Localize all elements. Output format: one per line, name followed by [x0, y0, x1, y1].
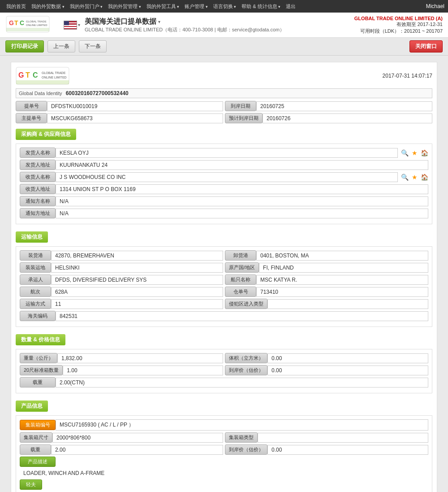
discharge-port-value: 0401, BOSTON, MA [256, 251, 428, 261]
container-type-label: 集装箱类型 [225, 432, 258, 443]
shipper-addr-row: 发货人地址 KUURNANKATU 24 [20, 160, 428, 170]
svg-rect-6 [6, 28, 49, 31]
page-title: 美国海关进口提单数据 [85, 17, 156, 26]
arrival-date-col: 到岸日期 20160725 [225, 101, 432, 111]
svg-rect-13 [16, 80, 69, 84]
gtc-logo: G T C GLOBAL TRADE ONLINE LIMITED [5, 15, 50, 33]
container-size-value: 2000*806*800 [52, 433, 223, 443]
gdi-row: Global Data Identity 6003201607270005324… [16, 88, 432, 98]
shipper-name-label: 发货人名称 [20, 148, 56, 158]
buyer-label: 轻夫 [20, 479, 42, 490]
estimated-arrival-col: 预计到岸日期 20160726 [225, 113, 432, 123]
print-button[interactable]: 打印易记录 [5, 40, 44, 52]
nav-language[interactable]: 语言切换 [211, 3, 239, 10]
customs-zone-col: 侵犯区进入类型 [225, 299, 428, 309]
container-type-col: 集装箱类型 [225, 432, 428, 443]
search-icon[interactable]: 🔍 [401, 149, 409, 157]
loading-place-value: HELSINKI [51, 263, 223, 273]
transport-header: 运输信息 [16, 231, 48, 243]
carrier-value: DFDS, DIVERSIFIED DELIVERY SYS [51, 275, 223, 285]
consignee-search-icon[interactable]: 🔍 [401, 173, 409, 181]
title-dropdown[interactable]: ▾ [158, 19, 160, 24]
bill-arrival-row: 提单号 DFDSTKU0010019 到岸日期 20160725 [16, 101, 432, 111]
arrival-price-label: 到岸价（估价） [225, 365, 267, 375]
loading-port-value: 42870, BREMERHAVEN [51, 251, 223, 261]
customs-zone-label: 侵犯区进入类型 [225, 299, 267, 309]
consignee-name-row: 收货人名称 J S WOODHOUSE CO INC 🔍 ★ 🏠 [20, 172, 428, 182]
nav-home[interactable]: 我的首页 [4, 3, 29, 10]
account-company: GLOBAL TRADE ONLINE LIMITED (A) [354, 16, 443, 21]
prod-price-label: 到岸价（估价） [225, 444, 267, 455]
container-20-value: 1.00 [63, 366, 223, 375]
prod-price-col: 到岸价（估价） 0.00 [225, 444, 428, 455]
nav-portal[interactable]: 我的外贸门户 [67, 3, 106, 10]
arrival-price-value: 0.00 [267, 366, 428, 375]
prev-button[interactable]: 上一条 [47, 40, 75, 52]
nav-help[interactable]: 帮助 & 统计信息 [239, 3, 283, 10]
nav-management[interactable]: 我的外贸管理 [105, 3, 144, 10]
estimated-arrival-label: 预计到岸日期 [225, 113, 263, 123]
bill-no-col: 提单号 DFDSTKU0010019 [16, 101, 223, 111]
master-bill-label: 主提单号 [16, 113, 47, 123]
svg-text:G: G [9, 19, 14, 26]
master-bill-value: MSCUKG658673 [47, 113, 223, 123]
container-no-label: 集装箱编号 [20, 420, 56, 430]
consignee-addr-row: 收货人地址 1314 UNION ST P O BOX 1169 [20, 184, 428, 194]
volume-label: 体积（立方米） [225, 353, 267, 363]
flag-dropdown-arrow[interactable]: ▾ [78, 22, 80, 27]
container-size-label: 集装箱尺寸 [20, 432, 52, 443]
consignee-home-icon[interactable]: 🏠 [420, 173, 428, 181]
manifest-value: 713410 [256, 287, 428, 297]
master-estimated-row: 主提单号 MSCUKG658673 预计到岸日期 20160726 [16, 113, 432, 123]
next-button[interactable]: 下一条 [79, 40, 107, 52]
container-no-row: 集装箱编号 MSCU7165930 ( AC / L / PP ） [20, 419, 428, 431]
customs-zone-value [267, 299, 428, 309]
nav-logout[interactable]: 退出 [283, 3, 298, 10]
consignee-name-value: J S WOODHOUSE CO INC [56, 172, 398, 182]
voyage-col: 航次 628A [20, 287, 223, 297]
header-subtitle: GLOBAL TRADE ONLINE LIMITED（电话：400-710-3… [85, 26, 354, 33]
page-header: G T C GLOBAL TRADE ONLINE LIMITED ▾ 美国海关… [0, 13, 448, 38]
close-button[interactable]: 关闭窗口 [409, 40, 443, 52]
star-icon[interactable]: ★ [410, 149, 418, 157]
prod-qty-col: 载重 2.00 [20, 444, 223, 455]
record-gtc-logo: G T C GLOBAL TRADE ONLINE LIMITED [16, 67, 69, 85]
loading-place-col: 装装运地 HELSINKI [20, 262, 223, 273]
master-bill-col: 主提单号 MSCUKG658673 [16, 113, 223, 123]
notify-addr-row: 通知方地址 N/A [20, 208, 428, 218]
buyer-supplier-header: 采购商 & 供应商信息 [16, 129, 76, 140]
nav-account[interactable]: 账户管理 [182, 3, 211, 10]
svg-text:C: C [20, 19, 24, 26]
svg-text:C: C [33, 71, 38, 79]
record-header: G T C GLOBAL TRADE ONLINE LIMITED 2017-0… [16, 67, 432, 85]
nav-data[interactable]: 我的外贸数据 [29, 3, 67, 10]
loading-port-col: 装货港 42870, BREMERHAVEN [20, 250, 223, 261]
estimated-arrival-value: 20160726 [263, 113, 432, 123]
origin-country-col: 原产国/地区 FI, FINLAND [225, 262, 428, 273]
discharge-port-col: 卸货港 0401, BOSTON, MA [225, 250, 428, 261]
svg-text:G: G [18, 71, 24, 79]
consignee-name-icons: 🔍 ★ 🏠 [401, 173, 428, 181]
logo-area: G T C GLOBAL TRADE ONLINE LIMITED [5, 15, 59, 35]
notify-name-label: 通知方名称 [20, 196, 56, 206]
discharge-port-label: 卸货港 [225, 250, 256, 261]
voyage-manifest-row: 航次 628A 仓单号 713410 [20, 287, 428, 297]
quantity-price-section: 重量（公斤） 1,832.00 体积（立方米） 0.00 20尺标准箱数量 1.… [16, 349, 432, 393]
loading-place-label: 装装运地 [20, 262, 51, 273]
account-time: 可用时段（LDK）：201201 ~ 201707 [354, 28, 443, 35]
voyage-label: 航次 [20, 287, 51, 297]
weight-value: 1,832.00 [57, 353, 223, 363]
flag-area: ▾ [64, 21, 80, 30]
transport-mode-value: 11 [51, 299, 223, 309]
weight-volume-row: 重量（公斤） 1,832.00 体积（立方米） 0.00 [20, 353, 428, 363]
svg-text:T: T [14, 19, 18, 26]
prod-qty-price-row: 载重 2.00 到岸价（估价） 0.00 [20, 444, 428, 455]
home-icon[interactable]: 🏠 [420, 149, 428, 157]
nav-tools[interactable]: 我的外贸工具 [144, 3, 182, 10]
carrier-label: 承运人 [20, 274, 51, 285]
bill-no-value: DFDSTKU0010019 [47, 101, 223, 111]
product-header: 产品信息 [16, 401, 48, 412]
main-content: G T C GLOBAL TRADE ONLINE LIMITED 2017-0… [11, 62, 437, 492]
consignee-star-icon[interactable]: ★ [410, 173, 418, 181]
carrier-col: 承运人 DFDS, DIVERSIFIED DELIVERY SYS [20, 274, 223, 285]
